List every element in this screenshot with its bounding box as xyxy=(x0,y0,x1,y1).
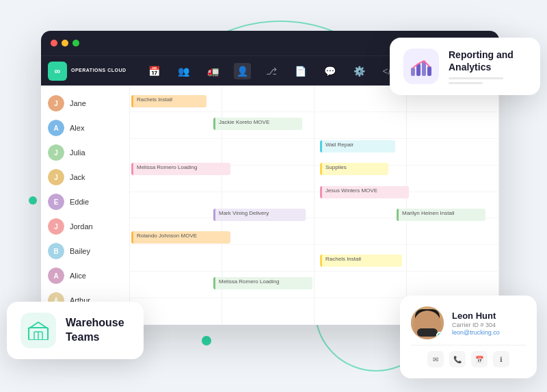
profile-email: leon@trucking.co xyxy=(452,329,500,336)
name-alice: Alice xyxy=(70,272,86,280)
profile-card: Leon Hunt Carrier ID # 304 leon@trucking… xyxy=(400,296,537,378)
traffic-light-red[interactable] xyxy=(51,40,57,47)
avatar-img-alex: A xyxy=(48,120,64,136)
grid-row-7 xyxy=(130,245,499,272)
sidebar-row-jordan: J Jordan xyxy=(41,214,129,239)
warehouse-icon-box xyxy=(21,313,56,348)
nav-person-icon[interactable]: 👤 xyxy=(234,63,251,79)
traffic-light-yellow[interactable] xyxy=(62,40,68,47)
profile-name: Leon Hunt xyxy=(452,311,500,321)
brand-icon: ∞ xyxy=(48,62,67,81)
online-status-dot xyxy=(436,332,443,339)
carrier-id: Carrier ID # 304 xyxy=(452,322,500,328)
profile-actions: ✉ 📞 📅 ℹ xyxy=(411,345,526,367)
message-action-icon[interactable]: ✉ xyxy=(427,351,444,367)
sidebar-row-eddie: E Eddie xyxy=(41,190,129,214)
name-jack: Jack xyxy=(70,173,85,181)
avatar-mask xyxy=(417,328,438,337)
nav-truck-icon[interactable]: 🚛 xyxy=(204,63,222,79)
sidebar-row-alice: A Alice xyxy=(41,263,129,288)
svg-rect-0 xyxy=(411,68,415,76)
avatar-img-alice: A xyxy=(48,267,64,284)
name-jordan: Jordan xyxy=(70,222,93,231)
nav-calendar-icon[interactable]: 📅 xyxy=(146,63,163,79)
sidebar-row-alex: A Alex xyxy=(41,116,129,140)
event-rachels-install-2[interactable]: Rachels Install xyxy=(320,254,402,267)
name-bailey: Bailey xyxy=(70,247,90,255)
avatar-bailey: B xyxy=(48,243,64,259)
reporting-subline-1 xyxy=(449,77,503,79)
avatar-img-jack: J xyxy=(48,169,64,185)
grid-row-8 xyxy=(130,272,499,298)
avatar-jordan: J xyxy=(48,218,64,235)
avatar-julia: J xyxy=(48,144,64,161)
sidebar-row-bailey: B Bailey xyxy=(41,239,129,263)
accent-dot-bottom xyxy=(202,336,211,345)
grid-rows xyxy=(130,86,499,325)
name-alex: Alex xyxy=(70,124,84,132)
sidebar-row-julia: J Julia xyxy=(41,140,129,165)
event-melissa-loading-2[interactable]: Melissa Romero Loading xyxy=(213,277,312,289)
reporting-analytics-card: Reporting andAnalytics xyxy=(390,38,540,95)
nav-people-icon[interactable]: 👥 xyxy=(175,63,192,79)
svg-rect-3 xyxy=(427,66,431,76)
traffic-light-green[interactable] xyxy=(72,40,79,47)
event-supplies[interactable]: Supplies xyxy=(320,163,388,175)
avatar-alex: A xyxy=(48,120,64,136)
reporting-text-area: Reporting andAnalytics xyxy=(449,49,513,84)
grid-row-2 xyxy=(130,112,499,139)
event-rachels-install-1[interactable]: Rachels Install xyxy=(131,95,206,107)
brand-name: Operations Cloud xyxy=(71,68,126,73)
name-eddie: Eddie xyxy=(70,198,89,206)
warehouse-text-area: Warehouse Teams xyxy=(66,316,130,345)
chart-icon xyxy=(411,57,431,76)
event-wall-repair[interactable]: Wall Repair xyxy=(320,140,395,153)
warehouse-teams-card: Warehouse Teams xyxy=(7,302,144,359)
avatar-img-julia: J xyxy=(48,144,64,161)
avatar-img-bailey: B xyxy=(48,243,64,259)
event-rolando-johnson[interactable]: Rolando Johnson MOVE xyxy=(131,231,230,244)
avatar-alice: A xyxy=(48,267,64,284)
avatar-img-eddie: E xyxy=(48,194,64,210)
sidebar-row-jack: J Jack xyxy=(41,165,129,190)
name-jane: Jane xyxy=(70,99,86,107)
avatar-img-jane: J xyxy=(48,95,64,112)
event-marilyn-heinen[interactable]: Marilyn Heinen Install xyxy=(397,209,485,221)
profile-header: Leon Hunt Carrier ID # 304 leon@trucking… xyxy=(411,306,526,339)
brand-logo-area: ∞ Operations Cloud xyxy=(48,62,126,81)
event-jackie-koreto[interactable]: Jackie Koreto MOVE xyxy=(213,118,302,130)
grid-row-3 xyxy=(130,139,499,166)
reporting-subline-2 xyxy=(449,82,483,84)
warehouse-icon xyxy=(27,321,49,340)
event-mark-vining[interactable]: Mark Vining Delivery xyxy=(213,209,306,221)
content-area: J Jane A Alex J Julia J Jack xyxy=(41,86,499,325)
profile-avatar xyxy=(411,306,444,339)
sidebar-row-jane: J Jane xyxy=(41,91,129,116)
avatar-jane: J xyxy=(48,95,64,112)
nav-chat-icon[interactable]: 💬 xyxy=(321,63,338,79)
event-melissa-loading-1[interactable]: Melissa Romero Loading xyxy=(131,163,230,175)
calendar-grid: Rachels Install Jackie Koreto MOVE Wall … xyxy=(130,86,499,325)
reporting-title: Reporting andAnalytics xyxy=(449,49,513,73)
event-jesus-winters[interactable]: Jesus Winters MOVE xyxy=(320,186,409,198)
avatar-jack: J xyxy=(48,169,64,185)
phone-action-icon[interactable]: 📞 xyxy=(449,351,466,367)
calendar-action-icon[interactable]: 📅 xyxy=(471,351,488,367)
avatar-img-jordan: J xyxy=(48,218,64,235)
nav-file-icon[interactable]: 📄 xyxy=(292,63,309,79)
brand-title: Operations Cloud xyxy=(71,68,126,73)
profile-info: Leon Hunt Carrier ID # 304 leon@trucking… xyxy=(452,311,500,336)
nav-gear-icon[interactable]: ⚙️ xyxy=(351,63,368,79)
name-julia: Julia xyxy=(70,148,85,157)
info-action-icon[interactable]: ℹ xyxy=(493,351,509,367)
reporting-icon-box xyxy=(403,49,439,84)
warehouse-title: Warehouse Teams xyxy=(66,316,130,345)
people-sidebar: J Jane A Alex J Julia J Jack xyxy=(41,86,130,325)
nav-branch-icon[interactable]: ⎇ xyxy=(263,63,280,79)
accent-dot-left xyxy=(29,196,37,205)
avatar-eddie: E xyxy=(48,194,64,210)
